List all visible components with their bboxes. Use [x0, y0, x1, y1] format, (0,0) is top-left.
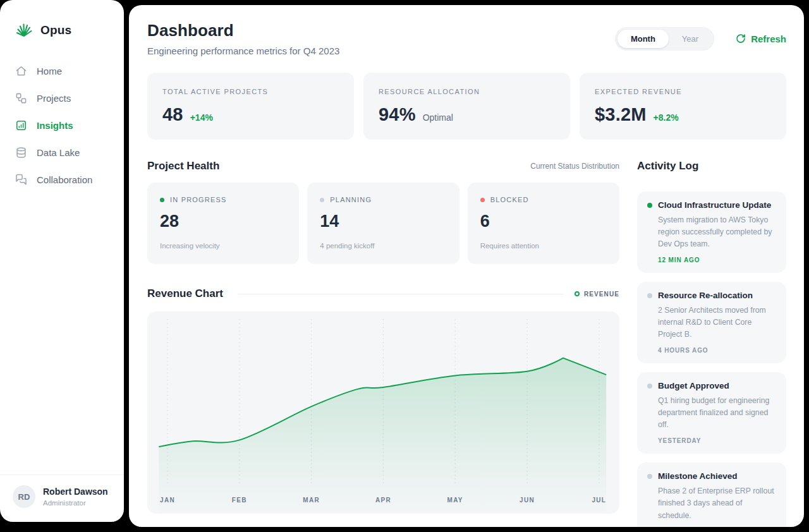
status-dot: [320, 198, 324, 202]
app-logo: Opus: [0, 0, 124, 39]
activity-timestamp: 4 HOURS AGO: [658, 347, 776, 354]
main-content: Dashboard Engineering performance metric…: [129, 5, 804, 527]
app-name: Opus: [40, 23, 71, 37]
sidebar-item-home[interactable]: Home: [6, 58, 118, 84]
insights-icon: [15, 119, 27, 131]
stat-value: 94%: [379, 104, 416, 125]
page-subtitle: Engineering performance metrics for Q4 2…: [147, 45, 339, 56]
activity-description: Phase 2 of Enterprise ERP rollout finish…: [658, 485, 776, 521]
health-card-in-progress: IN PROGRESS 28 Increasing velocity: [147, 183, 299, 264]
revenue-chart-canvas: JANFEBMARAPRMAYJUNJUL: [147, 311, 619, 514]
stat-value: 48: [162, 104, 183, 125]
activity-description: 2 Senior Architects moved from internal …: [658, 305, 776, 341]
activity-item: Budget Approved Q1 hiring budget for eng…: [637, 372, 786, 454]
stat-delta: +14%: [190, 112, 213, 123]
page-title: Dashboard: [147, 21, 339, 40]
health-card-planning: PLANNING 14 4 pending kickoff: [307, 183, 459, 264]
activity-timestamp: YESTERDAY: [658, 437, 776, 444]
user-name: Robert Dawson: [43, 487, 108, 498]
status-dot: [160, 198, 164, 202]
health-value: 6: [480, 212, 607, 231]
activity-status-dot: [647, 384, 652, 389]
sidebar-item-insights[interactable]: Insights: [6, 112, 118, 138]
activity-log-title: Activity Log: [637, 160, 698, 172]
health-label: IN PROGRESS: [170, 196, 227, 203]
health-label: PLANNING: [330, 196, 372, 203]
stat-label: RESOURCE ALLOCATION: [379, 88, 555, 95]
activity-description: System migration to AWS Tokyo region suc…: [658, 214, 776, 250]
stats-row: TOTAL ACTIVE PROJECTS 48 +14% RESOURCE A…: [147, 73, 786, 140]
sidebar-item-projects[interactable]: Projects: [6, 85, 118, 111]
stat-card-resource-allocation: RESOURCE ALLOCATION 94% Optimal: [363, 73, 570, 140]
activity-title: Milestone Achieved: [658, 471, 738, 481]
stat-delta: +8.2%: [654, 112, 679, 123]
toggle-year-button[interactable]: Year: [669, 30, 712, 48]
project-health-title: Project Health: [147, 160, 219, 172]
revenue-chart-title: Revenue Chart: [147, 287, 223, 300]
health-row: IN PROGRESS 28 Increasing velocity PLANN…: [147, 183, 619, 264]
stat-card-expected-revenue: EXPECTED REVENUE $3.2M +8.2%: [580, 73, 786, 140]
stat-card-total-active-projects: TOTAL ACTIVE PROJECTS 48 +14%: [147, 73, 354, 140]
activity-item: Cloud Infrastructure Update System migra…: [637, 191, 786, 273]
refresh-label: Refresh: [751, 33, 786, 44]
project-health-section: Project Health Current Status Distributi…: [147, 160, 619, 264]
period-toggle: Month Year: [615, 27, 714, 51]
chat-icon: [15, 174, 27, 186]
opus-logo-icon: [15, 21, 33, 39]
stat-value: $3.2M: [595, 104, 647, 125]
sidebar-nav: Home Projects Insights Data Lake Collabo…: [0, 58, 124, 193]
projects-icon: [15, 92, 27, 104]
activity-title: Budget Approved: [658, 381, 729, 390]
activity-status-dot: [647, 474, 652, 479]
user-profile[interactable]: RD Robert Dawson Administrator: [0, 475, 124, 522]
stat-delta: Optimal: [423, 112, 453, 123]
sidebar-item-data-lake[interactable]: Data Lake: [6, 140, 118, 166]
activity-title: Resource Re-allocation: [658, 291, 753, 300]
activity-status-dot: [647, 203, 652, 208]
health-subtext: Increasing velocity: [160, 242, 286, 250]
health-subtext: 4 pending kickoff: [320, 242, 446, 250]
home-icon: [15, 65, 27, 77]
activity-item: Resource Re-allocation 2 Senior Architec…: [637, 282, 786, 363]
activity-list: Cloud Infrastructure Update System migra…: [637, 191, 786, 527]
user-role: Administrator: [43, 499, 108, 507]
activity-description: Q1 hiring budget for engineering departm…: [658, 395, 776, 431]
sidebar: Opus Home Projects Insights Data Lake Co…: [0, 0, 124, 522]
legend-label: REVENUE: [584, 291, 619, 298]
health-value: 28: [160, 212, 286, 231]
health-subtext: Requires attention: [480, 242, 607, 250]
chart-legend: REVENUE: [575, 291, 619, 298]
activity-status-dot: [647, 293, 652, 298]
sidebar-item-collaboration[interactable]: Collaboration: [6, 167, 118, 193]
stat-label: EXPECTED REVENUE: [595, 88, 771, 95]
refresh-button[interactable]: Refresh: [736, 33, 786, 44]
refresh-icon: [736, 33, 746, 44]
activity-item: Milestone Achieved Phase 2 of Enterprise…: [637, 462, 786, 527]
activity-timestamp: 12 MIN AGO: [658, 257, 776, 263]
database-icon: [15, 147, 27, 159]
divider-line: [238, 294, 563, 294]
health-value: 14: [320, 212, 446, 231]
revenue-area-chart: JANFEBMARAPRMAYJUNJUL: [147, 311, 619, 514]
status-dot: [480, 198, 485, 202]
revenue-chart-section: Revenue Chart REVENUE JANFEBMARAPRMAYJUN…: [147, 287, 619, 514]
toggle-month-button[interactable]: Month: [617, 30, 669, 48]
legend-circle-icon: [575, 291, 580, 296]
status-distribution-note: Current Status Distribution: [530, 162, 619, 171]
stat-label: TOTAL ACTIVE PROJECTS: [162, 88, 339, 95]
health-label: BLOCKED: [490, 196, 529, 203]
activity-title: Cloud Infrastructure Update: [658, 200, 771, 210]
avatar: RD: [13, 485, 35, 508]
health-card-blocked: BLOCKED 6 Requires attention: [468, 183, 619, 264]
